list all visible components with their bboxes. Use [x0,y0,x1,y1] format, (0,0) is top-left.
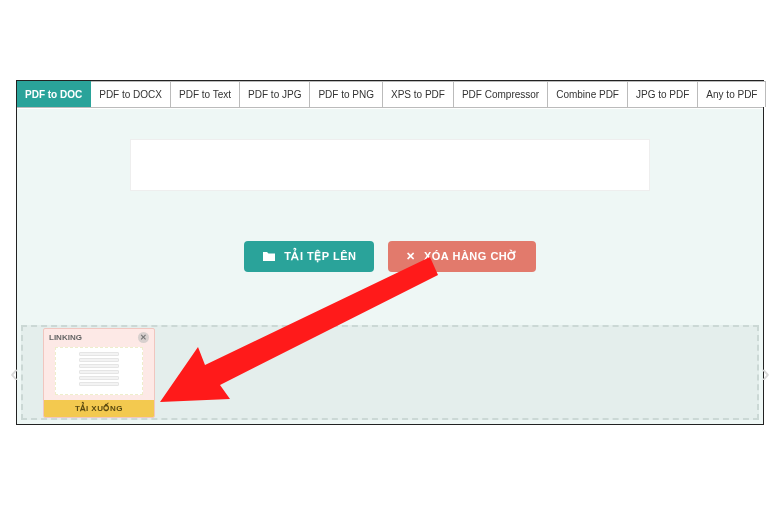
tab-label: Any to PDF [706,89,757,100]
tab-label: PDF Compressor [462,89,539,100]
action-buttons: TẢI TỆP LÊN ✕ XÓA HÀNG CHỜ [17,241,763,272]
card-title: LINKING [49,333,82,342]
upload-label: TẢI TỆP LÊN [284,250,356,263]
tab-label: PDF to Text [179,89,231,100]
tab-label: PDF to JPG [248,89,301,100]
download-button[interactable]: TẢI XUỐNG [44,400,154,417]
content-area: TẢI TỆP LÊN ✕ XÓA HÀNG CHỜ ‹ › LINKING ✕ [17,109,763,424]
tab-label: PDF to PNG [318,89,374,100]
download-label: TẢI XUỐNG [75,404,123,413]
tab-combine-pdf[interactable]: Combine PDF [548,81,628,107]
tab-pdf-to-doc[interactable]: PDF to DOC [17,81,91,107]
tab-pdf-to-docx[interactable]: PDF to DOCX [91,81,171,107]
chevron-right-icon[interactable]: › [761,357,770,388]
tab-label: PDF to DOCX [99,89,162,100]
app-frame: PDF to DOC PDF to DOCX PDF to Text PDF t… [16,80,764,425]
chevron-left-icon[interactable]: ‹ [10,357,19,388]
upload-button[interactable]: TẢI TỆP LÊN [244,241,374,272]
tab-pdf-compressor[interactable]: PDF Compressor [454,81,548,107]
folder-icon [262,251,276,262]
tab-jpg-to-pdf[interactable]: JPG to PDF [628,81,698,107]
file-card: LINKING ✕ TẢI XUỐNG [43,328,155,418]
file-thumbnail [55,347,143,395]
tab-pdf-to-jpg[interactable]: PDF to JPG [240,81,310,107]
tab-label: Combine PDF [556,89,619,100]
file-queue: ‹ › LINKING ✕ TẢI XUỐNG [21,325,759,420]
tabs-bar: PDF to DOC PDF to DOCX PDF to Text PDF t… [17,81,763,108]
tab-xps-to-pdf[interactable]: XPS to PDF [383,81,454,107]
card-close-button[interactable]: ✕ [138,332,149,343]
tab-any-to-pdf[interactable]: Any to PDF [698,81,766,107]
tab-pdf-to-png[interactable]: PDF to PNG [310,81,383,107]
close-icon: ✕ [406,251,416,262]
tab-label: JPG to PDF [636,89,689,100]
thumbnail-content [79,352,119,390]
tab-pdf-to-text[interactable]: PDF to Text [171,81,240,107]
clear-label: XÓA HÀNG CHỜ [424,250,518,263]
tab-label: PDF to DOC [25,89,82,100]
clear-queue-button[interactable]: ✕ XÓA HÀNG CHỜ [388,241,535,272]
tab-label: XPS to PDF [391,89,445,100]
ad-placeholder [130,139,650,191]
card-header: LINKING ✕ [44,329,154,346]
